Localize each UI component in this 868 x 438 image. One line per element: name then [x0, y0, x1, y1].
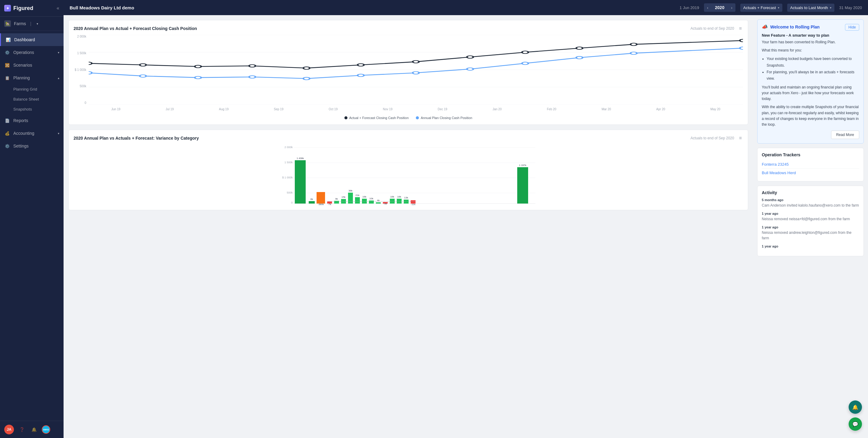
svg-point-9	[303, 67, 310, 69]
x-label-dec19: Dec 19	[438, 108, 447, 111]
logo: ✦ Figured	[4, 5, 33, 11]
x-label-jul19: Jul 19	[165, 108, 174, 111]
svg-text:8k: 8k	[311, 198, 313, 201]
chart1-menu-icon[interactable]: ≡	[738, 25, 743, 32]
x-label-jan20: Jan 20	[492, 108, 501, 111]
x-label-jun19: Jun 19	[112, 108, 120, 111]
period-arrow-icon: ▾	[830, 6, 831, 9]
svg-point-19	[195, 76, 201, 79]
user-avatar[interactable]: JA	[4, 425, 14, 434]
sidebar-item-scenarios[interactable]: 🔀 Scenarios	[0, 59, 64, 71]
x-label-feb20: Feb 20	[547, 108, 556, 111]
sidebar-item-reports[interactable]: 📄 Reports	[0, 114, 64, 127]
svg-text:9k: 9k	[335, 198, 338, 200]
year-prev-btn[interactable]: ‹	[704, 4, 711, 12]
read-more-button[interactable]: Read More	[831, 130, 859, 139]
tracker-fonterra[interactable]: Fonterra 23245	[762, 160, 859, 169]
svg-point-13	[522, 51, 528, 53]
topbar: Bull Meadows Dairy Ltd demo 1 Jun 2019 ‹…	[64, 0, 868, 15]
svg-text:2 000k: 2 000k	[284, 146, 293, 149]
svg-rect-39	[295, 160, 306, 204]
view-mode-dropdown[interactable]: Actuals + Forecast ▾	[740, 4, 782, 12]
sidebar-item-operations[interactable]: ⚙️ Operations ▾	[0, 46, 64, 59]
activity-item-1: 1 year ago Neissa removed neissa+fd@figu…	[762, 212, 859, 222]
sidebar-item-dashboard[interactable]: 📊 Dashboard	[0, 33, 64, 46]
legend-plan-dot	[416, 116, 419, 119]
scenarios-icon: 🔀	[4, 62, 10, 68]
sidebar-collapse-btn[interactable]: «	[57, 5, 59, 11]
chart1-legend: Actual + Forecast Closing Cash Position …	[73, 114, 743, 120]
welcome-bullet2: For planning, you'll always be in an act…	[767, 69, 859, 82]
sidebar-item-label: Accounting	[13, 131, 34, 136]
svg-point-15	[630, 43, 637, 46]
svg-text:1 500k: 1 500k	[284, 161, 293, 164]
activity-text-0: Cam Anderson invited kalolo.haufano@xero…	[762, 203, 859, 208]
chart1-x-axis: Jun 19 Jul 19 Aug 19 Sep 19 Oct 19 Nov 1…	[89, 105, 743, 114]
float-btn-teal[interactable]: 🔔	[849, 401, 862, 414]
topbar-date-start: 1 Jun 2019	[680, 5, 699, 10]
svg-text:16k: 16k	[363, 195, 367, 198]
x-label-oct19: Oct 19	[329, 108, 337, 111]
sidebar-item-planning-grid[interactable]: Planning Grid	[0, 84, 64, 94]
operations-arrow-icon: ▾	[58, 51, 59, 54]
svg-rect-57	[369, 201, 374, 204]
activity-item-3: 1 year ago	[762, 244, 859, 248]
topbar-date-end: 31 May 2020	[839, 5, 862, 10]
tracker-bull-meadows[interactable]: Bull Meadows Herd	[762, 169, 859, 177]
year-next-btn[interactable]: ›	[728, 4, 735, 12]
help-icon[interactable]: ❓	[18, 425, 26, 434]
chart2-title: 2020 Annual Plan vs Actuals + Forecast: …	[73, 136, 199, 141]
svg-rect-43	[317, 192, 325, 204]
sidebar-item-snapshots[interactable]: Snapshots	[0, 104, 64, 114]
hide-button[interactable]: Hide	[845, 24, 859, 31]
activity-time-1: 1 year ago	[762, 212, 859, 215]
svg-text:-380k: -380k	[318, 203, 324, 205]
svg-rect-47	[334, 201, 339, 204]
chart1-plot	[89, 35, 743, 105]
farm-title: Bull Meadows Dairy Ltd demo	[70, 5, 134, 10]
y-label-500k: 500k	[80, 85, 86, 88]
legend-actual-dot	[344, 116, 347, 119]
farms-nav[interactable]: 🏡 Farms | ▾	[0, 17, 64, 31]
svg-point-20	[249, 76, 255, 78]
chart2-menu-icon[interactable]: ≡	[738, 134, 743, 142]
activity-card: Activity 5 months ago Cam Anderson invit…	[757, 186, 864, 256]
period-dropdown[interactable]: Actuals to Last Month ▾	[787, 4, 834, 12]
svg-point-25	[522, 62, 528, 64]
sidebar-item-accounting[interactable]: 💰 Accounting ▾	[0, 127, 64, 140]
planning-arrow-icon: ▴	[58, 76, 59, 80]
svg-text:16k: 16k	[391, 195, 395, 198]
activity-time-3: 1 year ago	[762, 244, 859, 248]
sidebar-item-planning[interactable]: 📋 Planning ▴	[0, 71, 64, 84]
y-label-2000k: 2 000k	[77, 35, 86, 38]
megaphone-icon: 📣	[762, 24, 768, 30]
xero-badge[interactable]: xero	[42, 425, 50, 434]
sidebar-nav: 📊 Dashboard ⚙️ Operations ▾ 🔀 Scenarios …	[0, 31, 64, 421]
svg-point-27	[630, 52, 637, 54]
activity-time-2: 1 year ago	[762, 225, 859, 229]
svg-point-28	[740, 47, 743, 49]
view-mode-arrow-icon: ▾	[778, 6, 779, 9]
legend-plan: Annual Plan Closing Cash Position	[416, 116, 472, 120]
svg-point-24	[467, 68, 473, 70]
activity-title: Activity	[762, 190, 859, 195]
svg-rect-55	[362, 199, 367, 204]
chart1-body: 2 000k 1 500k $ 1 000k 500k 0	[69, 35, 748, 124]
svg-point-14	[576, 47, 583, 49]
sidebar-item-balance-sheet[interactable]: Balance Sheet	[0, 94, 64, 104]
welcome-line3: You'll build and maintain an ongoing fin…	[762, 85, 859, 102]
operations-icon: ⚙️	[4, 49, 10, 55]
sidebar-item-label: Dashboard	[14, 37, 35, 42]
settings-icon: ⚙️	[4, 143, 10, 149]
farms-divider: |	[30, 21, 31, 26]
welcome-title-row: 📣 Welcome to Rolling Plan	[762, 24, 819, 30]
notification-icon[interactable]: 🔔	[30, 425, 38, 434]
float-btn-green[interactable]: 💬	[849, 417, 862, 431]
activity-text-1: Neissa removed neissa+fd@figured.com fro…	[762, 216, 859, 222]
svg-text:13k: 13k	[404, 196, 409, 199]
bar-chart: 2 000k 1 500k $ 1 000k 500k 0	[73, 145, 743, 205]
sidebar-item-settings[interactable]: ⚙️ Settings	[0, 140, 64, 152]
svg-point-18	[140, 75, 146, 77]
svg-text:-11k: -11k	[411, 203, 416, 205]
welcome-bullet1: Your existing locked budgets have been c…	[767, 56, 859, 69]
